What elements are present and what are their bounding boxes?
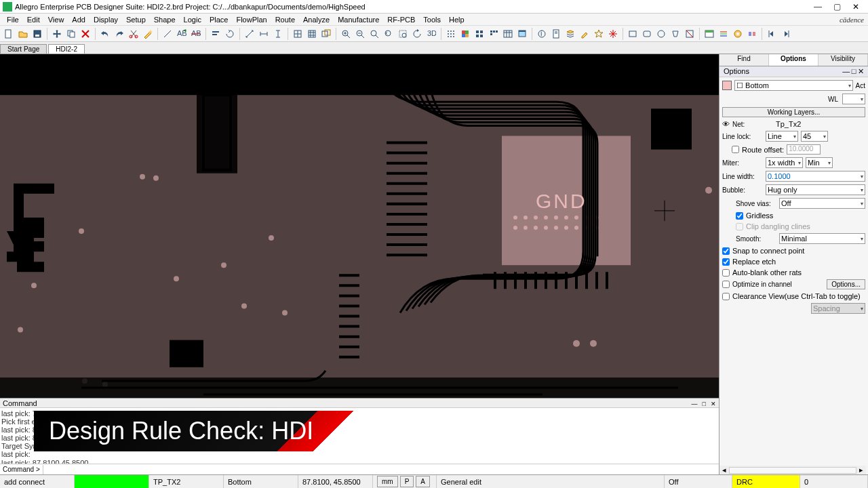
- grid3-icon[interactable]: [473, 28, 486, 40]
- shape-circle-icon[interactable]: [655, 28, 667, 40]
- 3d-icon[interactable]: 3D: [425, 28, 437, 40]
- tab-visibility[interactable]: Visibility: [818, 54, 868, 66]
- menu-flowplan[interactable]: FlowPlan: [232, 16, 271, 24]
- route-offset-input[interactable]: 10.0000: [787, 144, 821, 155]
- xsection-icon[interactable]: [717, 28, 730, 40]
- shape-void-icon[interactable]: [684, 28, 696, 40]
- zoom-prev-icon[interactable]: [382, 28, 395, 40]
- opt-close-icon[interactable]: ✕: [858, 67, 864, 75]
- text-add-icon[interactable]: ABC+: [176, 28, 188, 40]
- snap-check[interactable]: [722, 247, 730, 255]
- grid4-icon[interactable]: [488, 28, 500, 40]
- menu-view[interactable]: View: [44, 16, 68, 24]
- right-scrollbar[interactable]: ◂▸: [719, 466, 866, 474]
- menu-manufacture[interactable]: Manufacture: [334, 16, 383, 24]
- tab-design[interactable]: HDI2-2: [48, 44, 85, 54]
- open-icon[interactable]: [17, 28, 29, 40]
- padstack-icon[interactable]: [732, 28, 744, 40]
- dim-h-icon[interactable]: [258, 28, 270, 40]
- cmd-max-icon[interactable]: □: [703, 401, 706, 407]
- design-canvas[interactable]: GND: [0, 54, 719, 398]
- prev-icon[interactable]: [766, 28, 778, 40]
- shove-select[interactable]: Off: [779, 198, 865, 209]
- tab-find[interactable]: Find: [719, 54, 769, 66]
- zoom-fit-icon[interactable]: [368, 28, 380, 40]
- refresh-icon[interactable]: [411, 28, 423, 40]
- redo-icon[interactable]: [113, 28, 125, 40]
- p-button[interactable]: P: [400, 476, 414, 487]
- text-del-icon[interactable]: ABC: [190, 28, 202, 40]
- line-lock-select[interactable]: Line: [766, 131, 798, 142]
- lock-angle-select[interactable]: 45: [801, 131, 828, 142]
- shape-poly-icon[interactable]: [669, 28, 682, 40]
- layer-select[interactable]: ☐ Bottom: [734, 80, 853, 91]
- star-icon[interactable]: [593, 28, 605, 40]
- miter-select[interactable]: 1x width: [766, 157, 803, 168]
- move-icon[interactable]: [51, 28, 63, 40]
- options-button[interactable]: Options...: [827, 279, 865, 289]
- status-drc[interactable]: DRC: [732, 475, 800, 488]
- cmd-close-icon[interactable]: ✕: [711, 401, 716, 407]
- menu-add[interactable]: Add: [68, 16, 90, 24]
- opt-max-icon[interactable]: □: [852, 67, 856, 75]
- grid-color-icon[interactable]: [459, 28, 471, 40]
- menu-rfpcb[interactable]: RF-PCB: [383, 16, 419, 24]
- tab-options[interactable]: Options: [769, 54, 818, 66]
- replace-check[interactable]: [722, 258, 730, 266]
- grid1-icon[interactable]: [292, 28, 304, 40]
- autoblank-check[interactable]: [722, 269, 730, 277]
- a-button[interactable]: A: [416, 476, 430, 487]
- zoom-in-icon[interactable]: [340, 28, 352, 40]
- menu-tools[interactable]: Tools: [419, 16, 445, 24]
- maximize-button[interactable]: ▢: [827, 2, 846, 12]
- line-width-input[interactable]: 0.1000: [766, 171, 865, 182]
- measure-icon[interactable]: [243, 28, 256, 40]
- report-icon[interactable]: [550, 28, 562, 40]
- tab-start-page[interactable]: Start Page: [0, 44, 47, 54]
- table-icon[interactable]: [502, 28, 514, 40]
- route-offset-check[interactable]: [732, 146, 739, 153]
- unit-button[interactable]: mm: [377, 476, 398, 487]
- cmd-min-icon[interactable]: —: [691, 401, 697, 407]
- shape-rrect-icon[interactable]: [641, 28, 653, 40]
- cut-icon[interactable]: [127, 28, 140, 40]
- command-input[interactable]: [43, 465, 719, 474]
- layers-icon[interactable]: [564, 28, 576, 40]
- line-icon[interactable]: [161, 28, 174, 40]
- shape-rect-icon[interactable]: [627, 28, 639, 40]
- smooth-select[interactable]: Minimal: [779, 233, 865, 244]
- save-icon[interactable]: [31, 28, 43, 40]
- visibility-toggle-icon[interactable]: 👁: [722, 120, 730, 128]
- copy-icon[interactable]: [65, 28, 77, 40]
- menu-file[interactable]: File: [3, 16, 23, 24]
- menu-setup[interactable]: Setup: [122, 16, 150, 24]
- menu-logic[interactable]: Logic: [180, 16, 205, 24]
- menu-place[interactable]: Place: [205, 16, 233, 24]
- via-icon[interactable]: [746, 28, 758, 40]
- close-button[interactable]: ✕: [846, 2, 865, 12]
- menu-route[interactable]: Route: [271, 16, 299, 24]
- gridless-check[interactable]: [736, 212, 743, 220]
- cm-icon[interactable]: [703, 28, 715, 40]
- wl-select[interactable]: [842, 94, 865, 104]
- layer-color-swatch[interactable]: [722, 81, 732, 90]
- undo-icon[interactable]: [99, 28, 111, 40]
- zoom-out-icon[interactable]: [354, 28, 366, 40]
- zoom-sel-icon[interactable]: [397, 28, 409, 40]
- wand-icon[interactable]: [142, 28, 154, 40]
- menu-help[interactable]: Help: [445, 16, 469, 24]
- align-icon[interactable]: [210, 28, 222, 40]
- delete-icon[interactable]: [79, 28, 92, 40]
- optimize-check[interactable]: [722, 281, 730, 288]
- rotate-icon[interactable]: [224, 28, 236, 40]
- dim-v-icon[interactable]: [272, 28, 284, 40]
- minimize-button[interactable]: —: [808, 2, 827, 12]
- burst-icon[interactable]: [607, 28, 619, 40]
- grid2-icon[interactable]: [306, 28, 318, 40]
- menu-display[interactable]: Display: [90, 16, 122, 24]
- menu-analyze[interactable]: Analyze: [299, 16, 334, 24]
- miter-unit-select[interactable]: Min: [806, 157, 833, 168]
- menu-shape[interactable]: Shape: [150, 16, 180, 24]
- opt-min-icon[interactable]: —: [842, 67, 850, 75]
- clearance-check[interactable]: [722, 293, 730, 300]
